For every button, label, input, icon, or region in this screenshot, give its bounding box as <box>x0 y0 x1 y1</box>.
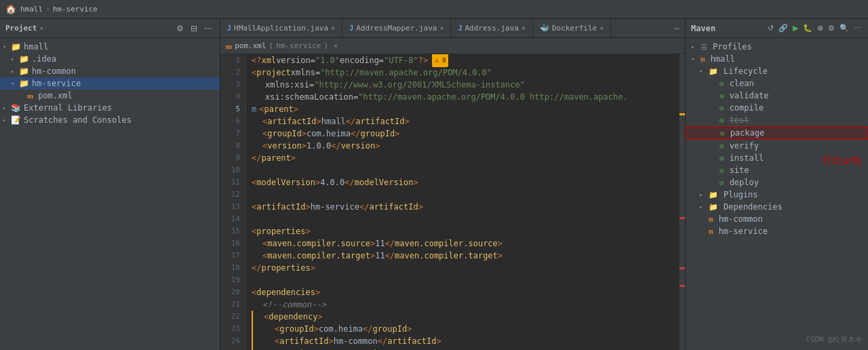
folder-icon-idea: 📁 <box>19 54 29 64</box>
tab-icon-address: J <box>458 24 462 32</box>
tree-item-scratches[interactable]: ▸ 📝 Scratches and Consoles <box>0 114 220 126</box>
maven-label-deps: Dependencies <box>724 202 783 212</box>
code-editor[interactable]: <?xml version="1.0" encoding="UTF-8" ?> … <box>246 54 679 350</box>
maven-label-verify: verify <box>730 141 759 151</box>
maven-item-deploy[interactable]: ⊙ deploy <box>686 176 868 189</box>
maven-item-install[interactable]: ⊙ install <box>686 152 868 164</box>
code-line-16: <maven.compiler.source> 11 </maven.compi… <box>252 237 679 250</box>
maven-run-button[interactable]: ▶ <box>791 23 800 33</box>
maven-icon-deploy: ⊙ <box>719 178 724 187</box>
maven-item-plugins[interactable]: ▸ 📁 Plugins <box>686 189 868 201</box>
sidebar-more-button[interactable]: ⋯ <box>202 23 214 34</box>
maven-item-hm-common[interactable]: m hm-common <box>686 213 868 225</box>
maven-icon-compile: ⊙ <box>719 104 724 113</box>
maven-search-button[interactable]: 🔍 <box>838 23 850 33</box>
sidebar-dropdown-icon[interactable]: ▾ <box>39 24 43 32</box>
maven-item-hm-service[interactable]: m hm-service <box>686 225 868 237</box>
code-line-12 <box>252 189 679 201</box>
maven-label-hm-service: hm-service <box>719 227 768 236</box>
tree-item-pom-xml[interactable]: m pom.xml <box>0 90 220 102</box>
maven-label-hmall: hmall <box>711 54 735 64</box>
maven-icon-lifecycle: 📁 <box>709 67 718 76</box>
maven-item-validate[interactable]: ⊙ validate <box>686 90 868 102</box>
maven-tree: ▸ ☰ Profiles ▾ m hmall ▾ 📁 Lifecycle ⊙ c… <box>686 38 868 350</box>
tab-address[interactable]: J Address.java × <box>451 19 533 37</box>
tab-icon-mapper: J <box>349 24 353 32</box>
subbar-close-button[interactable]: × <box>334 42 338 50</box>
code-line-13: <artifactId> hm-service </artifactId> <box>252 201 679 213</box>
maven-label-package: package <box>730 128 765 138</box>
maven-label-hm-common: hm-common <box>719 214 763 224</box>
tab-close-address[interactable]: × <box>521 24 526 32</box>
editor-subbar: m pom.xml ( hm-service ) × <box>220 38 685 54</box>
maven-icon-profiles: ☰ <box>701 43 707 52</box>
tab-hmall-application[interactable]: J HMallApplication.java × <box>220 19 342 37</box>
maven-item-profiles[interactable]: ▸ ☰ Profiles <box>686 41 868 53</box>
tree-arrow-scratches: ▸ <box>3 117 11 123</box>
maven-item-clean[interactable]: ⊙ clean <box>686 77 868 90</box>
tree-item-idea[interactable]: ▸ 📁 .idea <box>0 53 220 65</box>
maven-item-compile[interactable]: ⊙ compile <box>686 102 868 114</box>
tree-label-scratches: Scratches and Consoles <box>24 115 132 125</box>
scroll-mark-1 <box>679 113 685 115</box>
tab-dockerfile[interactable]: 🐳 Dockerfile × <box>533 19 611 37</box>
sidebar-gear-button[interactable]: ⚙ <box>174 23 186 34</box>
maven-arrow-plugins: ▸ <box>699 191 706 198</box>
maven-more-button[interactable]: ⋯ <box>852 23 863 33</box>
maven-debug-button[interactable]: 🐛 <box>802 23 814 33</box>
tree-item-hmall[interactable]: ▾ 📁 hmall <box>0 41 220 53</box>
maven-icon-verify: ⊙ <box>719 142 724 151</box>
warning-badge: ⚠ 9 <box>432 54 448 67</box>
tree-arrow-hm-service: ▾ <box>11 80 19 87</box>
maven-label-clean: clean <box>730 79 754 88</box>
sidebar-title-label: Project <box>5 24 37 33</box>
maven-skip-button[interactable]: ⊗ <box>816 23 825 33</box>
maven-icon-site: ⊙ <box>719 166 724 175</box>
watermark: CSDN @松有木今 <box>806 334 863 345</box>
maven-item-site[interactable]: ⊙ site <box>686 164 868 176</box>
maven-settings-button[interactable]: ⚙ <box>827 23 836 33</box>
project-sidebar: Project ▾ ⚙ ⊟ ⋯ ▾ 📁 hmall ▸ 📁 .idea <box>0 19 220 350</box>
maven-label-install: install <box>730 153 764 163</box>
tree-item-ext-libs[interactable]: ▸ 📚 External Libraries <box>0 102 220 114</box>
xml-icon-pom: m <box>27 92 33 100</box>
maven-label-site: site <box>730 166 749 175</box>
code-line-6: <artifactId> hmall </artifactId> <box>252 115 679 128</box>
scroll-mark-2 <box>679 217 685 219</box>
tab-close-docker[interactable]: × <box>599 24 604 32</box>
maven-item-package[interactable]: ⊙ package <box>686 126 868 140</box>
code-line-22: <dependency> <box>252 311 679 323</box>
sidebar-actions: ⚙ ⊟ ⋯ <box>174 23 214 34</box>
maven-label-plugins: Plugins <box>724 190 758 199</box>
tab-more-button[interactable]: ⋯ <box>669 24 685 33</box>
folder-icon-hm-service: 📁 <box>19 79 29 88</box>
tab-close-hmall[interactable]: × <box>331 24 335 32</box>
sidebar-collapse-button[interactable]: ⊟ <box>189 23 199 34</box>
maven-item-hmall[interactable]: ▾ m hmall <box>686 53 868 65</box>
code-line-4: xsi:schemaLocation="http://maven.apache.… <box>252 91 679 103</box>
scroll-mark-4 <box>679 285 685 287</box>
tab-label-hmall: HMallApplication.java <box>234 24 328 33</box>
tab-close-mapper[interactable]: × <box>439 24 443 32</box>
code-line-10 <box>252 164 679 176</box>
code-line-7: <groupId> com.heima </groupId> <box>252 128 679 140</box>
tree-item-hm-service[interactable]: ▾ 📁 hm-service <box>0 77 220 90</box>
tree-item-hm-common[interactable]: ▸ 📁 hm-common <box>0 65 220 77</box>
tab-address-mapper[interactable]: J AddressMapper.java × <box>342 19 451 37</box>
maven-item-test[interactable]: ⊙ test <box>686 114 868 126</box>
maven-refresh-button[interactable]: ↺ <box>766 23 775 33</box>
code-line-24: <artifactId> hm-common </artifactId> <box>252 335 679 347</box>
tree-arrow-hm-common: ▸ <box>11 68 19 75</box>
maven-arrow-deps: ▸ <box>699 203 706 210</box>
maven-link-button[interactable]: 🔗 <box>777 23 789 33</box>
maven-item-dependencies[interactable]: ▸ 📁 Dependencies <box>686 201 868 213</box>
maven-item-lifecycle[interactable]: ▾ 📁 Lifecycle <box>686 65 868 77</box>
maven-icon-install: ⊙ <box>719 154 724 163</box>
code-line-11: <modelVersion> 4.0.0 </modelVersion> <box>252 176 679 189</box>
tab-icon-hmall: J <box>227 24 231 32</box>
maven-label-test: test <box>730 115 749 125</box>
folder-icon-scratches: 📝 <box>11 115 21 125</box>
maven-item-verify[interactable]: ⊙ verify <box>686 140 868 152</box>
maven-arrow-hmall: ▾ <box>691 56 698 62</box>
maven-icon-hm-common: m <box>709 215 713 224</box>
